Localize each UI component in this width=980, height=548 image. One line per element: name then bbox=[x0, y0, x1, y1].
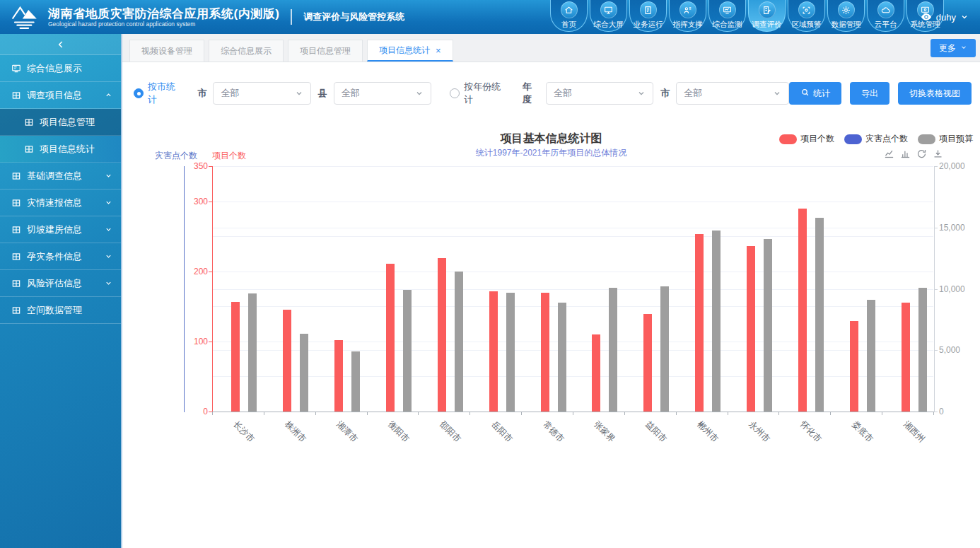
save-image-icon[interactable] bbox=[933, 148, 943, 159]
bar-项目个数-1[interactable] bbox=[231, 302, 240, 412]
warning-icon bbox=[798, 1, 815, 18]
sidebar-subitem-2-2[interactable]: 项目信息统计 bbox=[0, 136, 121, 163]
home-icon bbox=[561, 1, 578, 18]
nav-item-6[interactable]: 调查评价 bbox=[748, 0, 786, 32]
bar-项目预算-2[interactable] bbox=[300, 334, 308, 412]
bar-项目个数-6[interactable] bbox=[489, 291, 498, 412]
screen-icon bbox=[11, 64, 21, 74]
bar-项目预算-11[interactable] bbox=[764, 239, 772, 412]
nav-item-9[interactable]: 云平台 bbox=[867, 0, 904, 32]
bar-项目预算-6[interactable] bbox=[506, 293, 515, 412]
sidebar-menu: 综合信息展示调查项目信息项目信息管理项目信息统计基础调查信息灾情速报信息切坡建房… bbox=[0, 55, 121, 324]
nav-item-7[interactable]: 区域预警 bbox=[788, 0, 825, 32]
x-axis-label: 张家界 bbox=[591, 419, 617, 445]
radio-by-city[interactable] bbox=[134, 88, 144, 98]
magictype-line-icon[interactable] bbox=[884, 148, 894, 159]
bar-项目个数-8[interactable] bbox=[592, 334, 600, 412]
right-axis-tick-label: 15,000 bbox=[939, 223, 965, 233]
bar-项目预算-14[interactable] bbox=[918, 288, 927, 412]
bar-项目个数-2[interactable] bbox=[283, 310, 291, 412]
nav-item-2[interactable]: 综合大屏 bbox=[590, 0, 627, 32]
bar-项目预算-8[interactable] bbox=[609, 288, 617, 412]
bar-项目预算-4[interactable] bbox=[403, 290, 412, 412]
bar-项目预算-12[interactable] bbox=[815, 218, 824, 412]
sidebar: 综合信息展示调查项目信息项目信息管理项目信息统计基础调查信息灾情速报信息切坡建房… bbox=[0, 34, 122, 548]
x-axis-tick bbox=[521, 412, 522, 415]
toggle-table-view-button[interactable]: 切换表格视图 bbox=[898, 82, 972, 105]
nav-item-4[interactable]: 指挥支撑 bbox=[669, 0, 706, 32]
nav-item-5[interactable]: 综合监测 bbox=[708, 0, 746, 32]
sidebar-item-3[interactable]: 基础调查信息 bbox=[0, 163, 121, 190]
bar-项目个数-11[interactable] bbox=[747, 246, 755, 412]
bar-项目预算-1[interactable] bbox=[248, 293, 257, 412]
tab-4[interactable]: 项目信息统计× bbox=[367, 40, 453, 62]
stat-button[interactable]: 统计 bbox=[789, 82, 841, 105]
nav-item-8[interactable]: 数据管理 bbox=[827, 0, 865, 32]
nav-item-label: 首页 bbox=[561, 20, 576, 30]
nav-item-3[interactable]: 业务运行 bbox=[629, 0, 667, 32]
bar-项目预算-3[interactable] bbox=[351, 351, 360, 412]
legend-swatch bbox=[779, 134, 797, 144]
sidebar-item-8[interactable]: 空间数据管理 bbox=[0, 297, 121, 324]
bar-项目预算-9[interactable] bbox=[660, 286, 669, 412]
layout: 综合信息展示调查项目信息项目信息管理项目信息统计基础调查信息灾情速报信息切坡建房… bbox=[0, 34, 980, 548]
bar-项目个数-13[interactable] bbox=[850, 321, 858, 412]
sidebar-item-6[interactable]: 孕灾条件信息 bbox=[0, 243, 121, 270]
sidebar-item-4[interactable]: 灾情速报信息 bbox=[0, 190, 121, 216]
more-button[interactable]: 更多 bbox=[931, 39, 976, 57]
tab-2[interactable]: 综合信息展示 bbox=[209, 40, 284, 62]
y-axis-secondary-name: 灾害点个数 bbox=[155, 150, 197, 162]
tab-label: 项目信息管理 bbox=[300, 45, 351, 57]
bar-项目个数-5[interactable] bbox=[438, 258, 446, 412]
x-axis-label: 常德市 bbox=[540, 419, 566, 445]
city-select[interactable]: 全部 bbox=[213, 82, 310, 105]
monitor-icon bbox=[719, 1, 736, 18]
bar-项目个数-14[interactable] bbox=[902, 303, 910, 412]
magictype-bar-icon[interactable] bbox=[900, 148, 911, 159]
gridline bbox=[212, 350, 933, 351]
x-axis-tick bbox=[573, 412, 573, 415]
sidebar-item-5[interactable]: 切坡建房信息 bbox=[0, 216, 121, 243]
radio-by-year-label: 按年份统计 bbox=[464, 81, 507, 106]
sidebar-item-1[interactable]: 综合信息展示 bbox=[0, 55, 121, 82]
bar-项目个数-9[interactable] bbox=[643, 314, 652, 412]
sidebar-subitem-2-1[interactable]: 项目信息管理 bbox=[0, 109, 121, 136]
city2-select[interactable]: 全部 bbox=[676, 82, 789, 105]
tab-label: 综合信息展示 bbox=[221, 45, 272, 57]
bar-项目预算-13[interactable] bbox=[867, 300, 875, 412]
tab-3[interactable]: 项目信息管理 bbox=[288, 40, 363, 62]
nav-item-1[interactable]: 首页 bbox=[550, 0, 588, 32]
tab-1[interactable]: 视频设备管理 bbox=[129, 40, 204, 62]
y-axis-tick bbox=[209, 272, 212, 272]
nav-item-label: 区域预警 bbox=[792, 20, 822, 30]
chevron-up-icon bbox=[105, 91, 112, 99]
bar-项目预算-5[interactable] bbox=[455, 272, 463, 412]
restore-icon[interactable] bbox=[916, 148, 927, 159]
legend-item-1[interactable]: 项目个数 bbox=[779, 133, 834, 145]
survey-icon bbox=[759, 1, 776, 18]
close-tab-icon[interactable]: × bbox=[436, 46, 441, 55]
bar-项目个数-12[interactable] bbox=[798, 209, 807, 412]
county-select[interactable]: 全部 bbox=[334, 82, 431, 105]
bar-项目个数-10[interactable] bbox=[695, 234, 704, 412]
export-button-label: 导出 bbox=[861, 88, 878, 100]
bar-项目预算-10[interactable] bbox=[712, 231, 721, 412]
tab-label: 项目信息统计 bbox=[379, 45, 430, 57]
sidebar-collapse-button[interactable] bbox=[0, 34, 121, 55]
grid-icon bbox=[24, 144, 34, 154]
year-select[interactable]: 全部 bbox=[546, 82, 653, 105]
sidebar-item-2[interactable]: 调查项目信息 bbox=[0, 82, 121, 109]
bar-项目预算-7[interactable] bbox=[558, 303, 566, 412]
legend-item-3[interactable]: 项目预算 bbox=[918, 133, 973, 145]
legend-item-2[interactable]: 灾害点个数 bbox=[844, 133, 908, 145]
app-logo bbox=[10, 3, 41, 31]
city-label: 市 bbox=[197, 87, 206, 100]
bar-项目个数-3[interactable] bbox=[334, 340, 343, 412]
bar-项目个数-4[interactable] bbox=[386, 264, 395, 412]
sidebar-item-7[interactable]: 风险评估信息 bbox=[0, 270, 121, 297]
bar-项目个数-7[interactable] bbox=[541, 293, 549, 412]
sidebar-item-label: 空间数据管理 bbox=[27, 304, 82, 317]
radio-by-year[interactable] bbox=[450, 88, 460, 98]
user-menu[interactable]: duhy bbox=[921, 0, 969, 34]
export-button[interactable]: 导出 bbox=[850, 82, 889, 105]
